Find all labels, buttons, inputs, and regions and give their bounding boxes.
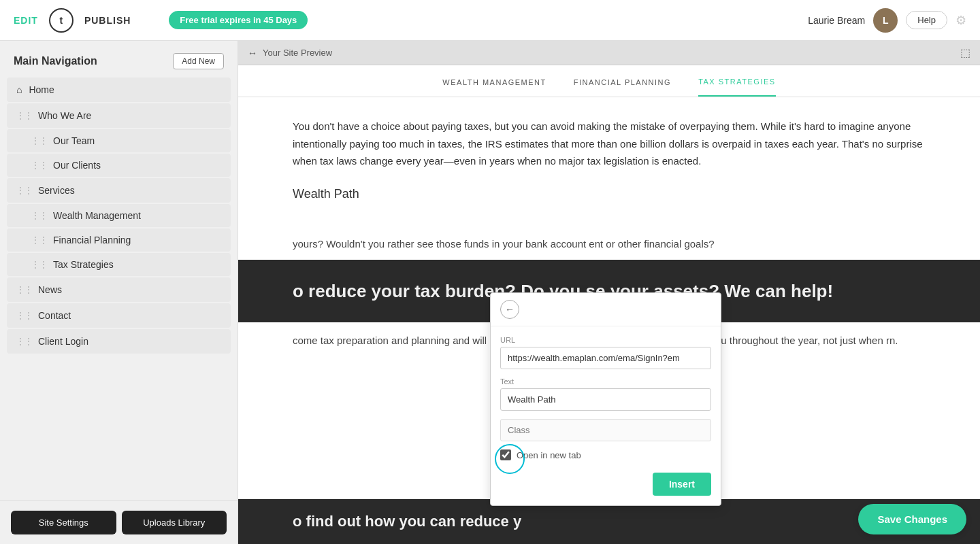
drag-handle-icon: ⋮⋮: [31, 160, 48, 170]
sidebar-item-label: Our Clients: [53, 160, 101, 171]
open-new-tab-label: Open in new tab: [517, 450, 581, 460]
sidebar-item-tax-strategies[interactable]: ⋮⋮ Tax Strategies: [7, 253, 231, 276]
sidebar-item-label: Contact: [38, 310, 71, 321]
logo-circle: t: [49, 8, 74, 33]
drag-handle-icon: ⋮⋮: [31, 235, 48, 245]
nav-list: ⌂ Home ⋮⋮ Who We Are ⋮⋮ Our Team ⋮⋮ Our …: [0, 78, 238, 500]
sidebar-item-label: Client Login: [38, 336, 88, 347]
drag-handle-icon: ⋮⋮: [16, 337, 33, 346]
preview-bar: ↔ Your Site Preview ⬚: [238, 41, 980, 65]
sidebar-item-label: Our Team: [53, 135, 95, 146]
site-nav-financial-planning[interactable]: FINANCIAL PLANNING: [574, 78, 671, 96]
sidebar-item-home[interactable]: ⌂ Home: [7, 78, 231, 102]
drag-handle-icon: ⋮⋮: [31, 211, 48, 220]
sidebar-item-label: News: [38, 284, 62, 295]
trial-badge: Free trial expires in 45 Days: [169, 11, 308, 29]
drag-handle-icon: ⋮⋮: [31, 136, 48, 146]
wealth-path-link[interactable]: Wealth Path: [293, 184, 926, 205]
sidebar-item-label: Services: [38, 185, 75, 196]
sidebar-item-label: Financial Planning: [53, 235, 131, 245]
drag-handle-icon: ⋮⋮: [16, 111, 33, 120]
sidebar-item-client-login[interactable]: ⋮⋮ Client Login: [7, 329, 231, 354]
sidebar-item-our-clients[interactable]: ⋮⋮ Our Clients: [7, 154, 231, 177]
site-nav-tax-strategies[interactable]: TAX STRATEGIES: [698, 78, 776, 97]
preview-pane: ↔ Your Site Preview ⬚ WEALTH MANAGEMENT …: [238, 41, 980, 544]
sidebar-item-financial-planning[interactable]: ⋮⋮ Financial Planning: [7, 228, 231, 252]
sidebar-item-wealth-management[interactable]: ⋮⋮ Wealth Management: [7, 204, 231, 227]
url-field-label: URL: [500, 336, 711, 344]
drag-handle-icon: ⋮⋮: [16, 311, 33, 320]
sidebar-title: Main Navigation: [14, 55, 97, 67]
url-input[interactable]: [500, 347, 711, 369]
sidebar-item-contact[interactable]: ⋮⋮ Contact: [7, 303, 231, 328]
drag-handle-icon: ⋮⋮: [16, 285, 33, 294]
main-layout: Main Navigation Add New ⌂ Home ⋮⋮ Who We…: [0, 41, 980, 544]
sidebar-item-label: Wealth Management: [53, 210, 141, 221]
add-new-button[interactable]: Add New: [173, 53, 224, 69]
text-field-label: Text: [500, 377, 711, 386]
home-icon: ⌂: [16, 84, 22, 95]
back-arrow-button[interactable]: ←: [500, 300, 519, 319]
sidebar-item-news[interactable]: ⋮⋮ News: [7, 277, 231, 302]
edit-label[interactable]: EDIT: [14, 15, 38, 26]
sidebar-item-label: Home: [29, 84, 54, 95]
link-popup: ← URL Text Open in new tab Insert: [490, 292, 721, 506]
drag-handle-icon: ⋮⋮: [16, 186, 33, 195]
top-bar: EDIT t PUBLISH Free trial expires in 45 …: [0, 0, 980, 41]
insert-button[interactable]: Insert: [653, 473, 711, 496]
open-new-tab-row: Open in new tab: [500, 449, 711, 460]
sidebar-item-who-we-are[interactable]: ⋮⋮ Who We Are: [7, 103, 231, 128]
site-nav-wealth-management[interactable]: WEALTH MANAGEMENT: [442, 78, 546, 96]
site-nav: WEALTH MANAGEMENT FINANCIAL PLANNING TAX…: [238, 65, 980, 97]
bell-icon[interactable]: ⚙: [956, 13, 966, 28]
class-input[interactable]: [500, 419, 711, 441]
text-input[interactable]: [500, 388, 711, 411]
sidebar-header: Main Navigation Add New: [0, 41, 238, 78]
sidebar-item-services[interactable]: ⋮⋮ Services: [7, 178, 231, 203]
expand-icon[interactable]: ⬚: [960, 46, 970, 59]
publish-label[interactable]: PUBLISH: [84, 15, 131, 26]
open-new-tab-checkbox[interactable]: [500, 449, 511, 460]
link-popup-body: URL Text Open in new tab Insert: [491, 326, 721, 505]
sidebar: Main Navigation Add New ⌂ Home ⋮⋮ Who We…: [0, 41, 238, 544]
user-name: Laurie Bream: [808, 15, 865, 26]
help-button[interactable]: Help: [906, 11, 947, 29]
partial-text-1: yours? Wouldn't you rather see those fun…: [238, 235, 980, 253]
sidebar-bottom: Site Settings Uploads Library: [0, 500, 238, 544]
drag-handle-icon: ⋮⋮: [31, 260, 48, 269]
avatar: L: [873, 8, 898, 33]
sidebar-item-our-team[interactable]: ⋮⋮ Our Team: [7, 129, 231, 152]
link-popup-header: ←: [491, 293, 721, 326]
sidebar-item-label: Tax Strategies: [53, 259, 114, 270]
preview-arrows-icon: ↔: [248, 48, 257, 58]
uploads-library-button[interactable]: Uploads Library: [122, 511, 227, 534]
body-paragraph: You don't have a choice about paying tax…: [293, 118, 926, 170]
sidebar-item-label: Who We Are: [38, 110, 91, 121]
site-settings-button[interactable]: Site Settings: [11, 511, 116, 534]
preview-label: Your Site Preview: [263, 48, 332, 58]
save-changes-button[interactable]: Save Changes: [858, 504, 966, 534]
site-body: You don't have a choice about paying tax…: [238, 97, 980, 235]
